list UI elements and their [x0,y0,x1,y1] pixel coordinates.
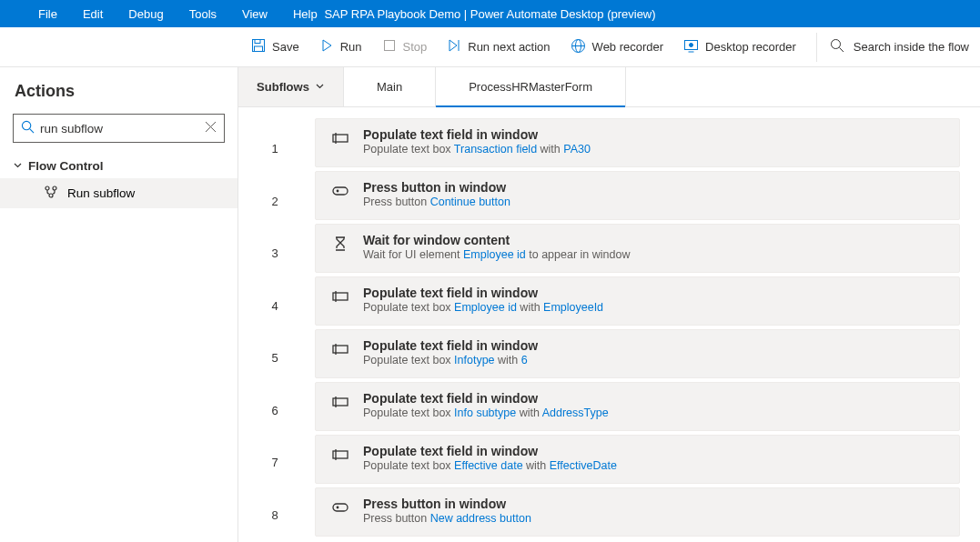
flow-step[interactable]: Wait for window contentWait for UI eleme… [315,224,960,273]
reference-link[interactable]: EffectiveDate [550,459,617,472]
step-body: Populate text field in windowPopulate te… [363,391,946,419]
action-label: Run subflow [67,186,135,200]
reference-link[interactable]: Continue button [430,196,510,208]
menu-edit[interactable]: Edit [70,2,116,26]
step-body: Populate text field in windowPopulate te… [363,338,946,366]
textbox-icon [332,447,349,466]
stop-button[interactable]: Stop [380,35,429,59]
tab-main[interactable]: Main [344,67,436,106]
menu-tools[interactable]: Tools [177,2,229,26]
flow-step[interactable]: Populate text field in windowPopulate te… [315,276,960,326]
line-number: 6 [271,386,278,437]
stop-icon [382,38,397,55]
step-description: Populate text box Effective date with Ef… [363,459,946,472]
run-next-button[interactable]: Run next action [445,35,551,59]
menu-items: File Edit Debug Tools View Help [0,2,330,26]
subflows-dropdown[interactable]: Subflows [238,67,344,106]
actions-search-input[interactable] [40,122,199,136]
description-text: Populate text box [363,301,454,314]
description-text: with [495,354,521,366]
flow-step[interactable]: Populate text field in windowPopulate te… [315,118,960,167]
step-description: Press button Continue button [363,196,946,208]
actions-search[interactable] [13,114,225,143]
textbox-icon [332,131,349,149]
svg-rect-1 [255,40,260,44]
save-icon [251,38,266,55]
flow-step[interactable]: Populate text field in windowPopulate te… [315,435,960,484]
subflow-icon [44,185,58,202]
reference-link[interactable]: AddressType [542,406,609,419]
line-number: 5 [271,333,278,384]
flow-step[interactable]: Press button in windowPress button New a… [315,487,960,537]
svg-marker-3 [323,40,331,51]
actions-heading: Actions [0,78,237,114]
step-description: Press button New address button [363,512,946,525]
reference-link[interactable]: EmployeeId [543,301,603,314]
step-title: Populate text field in window [363,127,946,142]
menu-file[interactable]: File [25,2,70,26]
menu-debug[interactable]: Debug [116,2,176,26]
line-number: 3 [271,228,278,279]
search-flow-button[interactable]: Search inside the flow [830,38,969,55]
toolbar-separator [816,33,817,62]
reference-link[interactable]: Transaction field [454,143,537,156]
step-body: Populate text field in windowPopulate te… [363,444,946,472]
svg-point-21 [49,194,53,197]
designer-content: Subflows Main ProcessHRMasterForm 123456… [238,67,980,542]
step-title: Populate text field in window [363,338,946,353]
reference-link[interactable]: Infotype [454,354,494,366]
step-description: Populate text box Infotype with 6 [363,354,946,366]
line-number: 1 [271,124,278,175]
search-icon [21,120,35,137]
line-number: 8 [271,490,278,541]
menu-help[interactable]: Help [280,2,330,26]
reference-link[interactable]: Employee id [463,248,526,261]
description-text: to appear in window [526,248,631,261]
save-button[interactable]: Save [249,35,301,59]
textbox-icon [332,289,349,307]
reference-link[interactable]: Info subtype [454,406,516,419]
actions-tree: Flow Control Run subflow [0,154,237,208]
reference-link[interactable]: Effective date [454,459,523,472]
line-number: 4 [271,281,278,332]
web-recorder-button[interactable]: Web recorder [569,35,666,60]
group-label: Flow Control [28,159,103,173]
svg-point-12 [690,43,693,46]
play-icon [319,38,334,55]
svg-point-15 [22,121,30,129]
description-text: with [516,406,542,419]
run-button[interactable]: Run [318,35,364,59]
run-next-label: Run next action [468,40,550,54]
reference-link[interactable]: 6 [521,354,528,366]
menubar: File Edit Debug Tools View Help SAP RPA … [0,0,980,27]
flow-step[interactable]: Press button in windowPress button Conti… [315,171,960,220]
steps-list: Populate text field in windowPopulate te… [311,107,980,542]
step-body: Press button in windowPress button New a… [363,497,946,525]
step-title: Populate text field in window [363,391,946,406]
description-text: with [517,301,543,314]
search-icon [830,38,844,55]
description-text: with [523,459,550,472]
flow-step[interactable]: Populate text field in windowPopulate te… [315,382,960,431]
tab-processhrmasterform[interactable]: ProcessHRMasterForm [436,67,626,106]
stop-label: Stop [403,40,428,54]
description-text: Wait for UI element [363,248,463,261]
actions-sidebar: Actions Flow Control [0,67,238,542]
description-text: Press button [363,196,430,208]
clear-icon[interactable] [205,120,217,136]
svg-rect-2 [255,46,263,52]
action-run-subflow[interactable]: Run subflow [0,178,237,208]
reference-link[interactable]: Employee id [454,301,517,314]
flow-canvas: 12345678 Populate text field in windowPo… [238,107,980,542]
desktop-recorder-button[interactable]: Desktop recorder [682,35,798,60]
chevron-down-icon [13,159,23,173]
desktop-recorder-label: Desktop recorder [705,40,796,54]
menu-view[interactable]: View [229,2,280,26]
description-text: Populate text box [363,354,454,366]
step-description: Populate text box Transaction field with… [363,143,946,156]
reference-link[interactable]: New address button [430,512,531,525]
flow-step[interactable]: Populate text field in windowPopulate te… [315,329,960,378]
step-description: Populate text box Employee id with Emplo… [363,301,946,314]
group-flow-control[interactable]: Flow Control [0,154,237,178]
reference-link[interactable]: PA30 [563,143,591,156]
